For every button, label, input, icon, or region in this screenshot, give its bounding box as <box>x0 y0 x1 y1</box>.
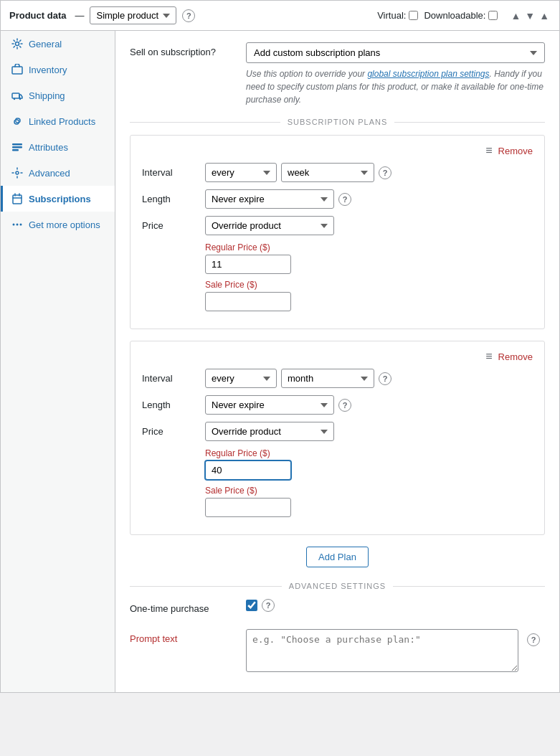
plan-1-regular-price-label: Regular Price ($) <box>205 242 533 252</box>
plan-1-price-controls: Override product <box>205 216 533 235</box>
svg-point-4 <box>19 98 21 100</box>
plan-1-price-row: Price Override product <box>142 216 533 235</box>
plan-block-1: ≡ Remove Interval every week ? <box>130 135 545 329</box>
virtual-checkbox[interactable] <box>409 11 418 20</box>
plan-2-length-select[interactable]: Never expire <box>205 395 334 415</box>
arrow-down-btn[interactable]: ▼ <box>523 9 536 23</box>
general-icon <box>11 38 23 49</box>
add-plan-btn[interactable]: Add Plan <box>306 547 369 567</box>
sidebar-item-get-more-options[interactable]: Get more options <box>1 212 115 237</box>
plan-2-regular-price-row: Regular Price ($) <box>205 448 533 480</box>
sidebar-item-shipping[interactable]: Shipping <box>1 82 115 108</box>
plan-2-price-controls: Override product <box>205 422 533 441</box>
plan-2-regular-price-label: Regular Price ($) <box>205 448 533 458</box>
header-dash: — <box>75 10 84 21</box>
one-time-purchase-help[interactable]: ? <box>262 599 275 612</box>
svg-point-10 <box>16 224 19 226</box>
product-data-body: General Inventory Shipping Linked Produc… <box>1 31 559 692</box>
hamburger-icon-1: ≡ <box>485 144 492 157</box>
plan-1-interval-controls: every week ? <box>205 163 533 182</box>
plan-1-regular-price-input[interactable]: 11 <box>205 255 291 274</box>
product-type-help-icon[interactable]: ? <box>182 9 195 22</box>
sidebar-item-linked-products-label: Linked Products <box>29 116 95 127</box>
product-data-header: Product data — Simple product ? Virtual:… <box>1 1 559 31</box>
plan-1-length-select[interactable]: Never expire <box>205 189 334 209</box>
main-content: Sell on subscription? Add custom subscri… <box>115 31 559 692</box>
plan-1-period-select[interactable]: week <box>281 163 374 182</box>
downloadable-checkbox[interactable] <box>488 11 498 20</box>
prompt-text-row: Prompt text ? <box>130 629 545 672</box>
sidebar-item-subscriptions[interactable]: Subscriptions <box>1 186 115 212</box>
plan-2-price-select[interactable]: Override product <box>205 422 334 441</box>
one-time-purchase-row: One-time purchase ? <box>130 599 545 620</box>
svg-point-11 <box>13 224 15 226</box>
plan-2-every-select[interactable]: every <box>205 369 277 388</box>
sidebar-item-inventory-label: Inventory <box>29 65 67 75</box>
plan-1-length-help[interactable]: ? <box>338 193 351 206</box>
plan-1-price-select[interactable]: Override product <box>205 216 334 235</box>
arrow-up-btn[interactable]: ▲ <box>509 9 522 23</box>
sidebar-item-get-more-options-label: Get more options <box>29 219 100 230</box>
sidebar-item-shipping-label: Shipping <box>29 90 65 101</box>
sidebar-item-general[interactable]: General <box>1 31 115 57</box>
advanced-settings: One-time purchase ? Prompt text ? <box>130 599 545 672</box>
svg-point-8 <box>16 171 19 174</box>
plan-2-interval-help[interactable]: ? <box>379 372 391 385</box>
sidebar-item-advanced[interactable]: Advanced <box>1 160 115 186</box>
get-more-options-icon <box>11 219 23 230</box>
plan-2-remove-btn[interactable]: ≡ Remove <box>485 350 533 363</box>
plan-2-header: ≡ Remove <box>142 350 533 363</box>
plan-1-sale-price-label: Sale Price ($) <box>205 280 533 290</box>
hamburger-icon-2: ≡ <box>485 350 492 363</box>
arrow-expand-btn[interactable]: ▲ <box>538 9 551 23</box>
svg-point-12 <box>20 224 22 226</box>
plan-2-length-help[interactable]: ? <box>338 399 351 412</box>
plan-2-interval-controls: every month ? <box>205 369 533 388</box>
subscription-plans-divider: SUBSCRIPTION PLANS <box>130 118 545 126</box>
plan-2-interval-row: Interval every month ? <box>142 369 533 388</box>
svg-rect-9 <box>13 195 22 204</box>
plan-2-period-select[interactable]: month <box>281 369 374 388</box>
sidebar: General Inventory Shipping Linked Produc… <box>1 31 115 692</box>
one-time-purchase-checkbox[interactable] <box>246 600 257 611</box>
prompt-text-input[interactable] <box>246 629 518 672</box>
plan-2-sale-price-label: Sale Price ($) <box>205 486 533 496</box>
plan-2-sale-price-row: Sale Price ($) <box>205 486 533 517</box>
subscriptions-icon <box>11 193 23 204</box>
sidebar-item-linked-products[interactable]: Linked Products <box>1 108 115 134</box>
plan-1-sale-price-input[interactable] <box>205 292 291 311</box>
global-settings-link[interactable]: global subscription plan settings <box>367 69 489 79</box>
virtual-label: Virtual: <box>377 10 418 21</box>
prompt-text-help[interactable]: ? <box>527 633 540 646</box>
header-right: Virtual: Downloadable: ▲ ▼ ▲ <box>377 9 551 23</box>
plan-2-sale-price-input[interactable] <box>205 498 291 517</box>
plan-2-price-row: Price Override product <box>142 422 533 441</box>
sidebar-item-inventory[interactable]: Inventory <box>1 57 115 82</box>
subscription-description: Use this option to override your global … <box>246 67 545 106</box>
one-time-purchase-label: One-time purchase <box>130 599 237 614</box>
svg-rect-7 <box>12 149 19 151</box>
inventory-icon <box>11 64 23 75</box>
sell-on-subscription-row: Sell on subscription? Add custom subscri… <box>130 42 545 106</box>
linked-products-icon <box>11 115 23 127</box>
plan-1-regular-price-row: Regular Price ($) 11 <box>205 242 533 274</box>
plan-1-interval-row: Interval every week ? <box>142 163 533 182</box>
sidebar-item-subscriptions-label: Subscriptions <box>29 194 91 204</box>
plan-1-every-select[interactable]: every <box>205 163 277 182</box>
plan-2-length-row: Length Never expire ? <box>142 395 533 415</box>
plan-2-regular-price-input[interactable] <box>205 460 291 480</box>
product-data-panel: Product data — Simple product ? Virtual:… <box>0 0 560 693</box>
subscription-plan-select[interactable]: Add custom subscription plans <box>246 42 545 63</box>
plan-block-2: ≡ Remove Interval every month ? <box>130 341 545 535</box>
svg-rect-5 <box>12 143 22 146</box>
plan-1-length-row: Length Never expire ? <box>142 189 533 209</box>
product-type-select[interactable]: Simple product <box>90 6 176 24</box>
downloadable-label: Downloadable: <box>424 10 498 21</box>
plan-1-remove-btn[interactable]: ≡ Remove <box>485 144 533 157</box>
svg-point-0 <box>16 42 19 46</box>
plan-2-length-controls: Never expire ? <box>205 395 533 415</box>
sidebar-item-attributes[interactable]: Attributes <box>1 134 115 160</box>
svg-rect-1 <box>12 67 22 74</box>
plan-1-interval-help[interactable]: ? <box>379 166 391 179</box>
sell-on-subscription-value: Add custom subscription plans Use this o… <box>246 42 545 106</box>
